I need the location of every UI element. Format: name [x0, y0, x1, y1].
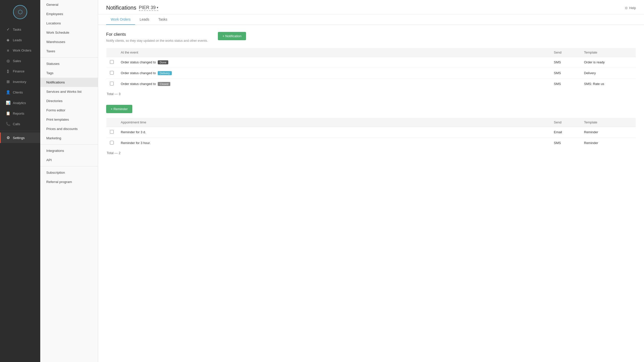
calls-icon: 📞	[6, 122, 10, 126]
logo[interactable]: ⬡	[13, 5, 27, 19]
nav-tasks[interactable]: ✓ Tasks	[0, 24, 40, 35]
notification-template-cell: Order is ready	[581, 57, 636, 68]
sidebar-item-marketing[interactable]: Marketing	[40, 133, 98, 143]
tab-tasks[interactable]: Tasks	[154, 14, 172, 25]
sidebar-divider-3	[40, 166, 98, 166]
col-send-header: Send	[550, 48, 581, 57]
sidebar-item-warehouses[interactable]: Warehouses	[40, 37, 98, 47]
reminder-col-checkbox	[106, 118, 117, 127]
col-event-header: At the event	[117, 48, 550, 57]
notification-checkbox-0[interactable]	[110, 60, 114, 64]
nav-reports[interactable]: 📋 Reports	[0, 108, 40, 119]
notification-event-text: Order status changed to	[121, 71, 156, 75]
nav-settings-label: Settings	[13, 136, 25, 140]
help-label: Help	[629, 6, 636, 10]
reminders-table: Appointment time Send Template Reminder …	[106, 118, 636, 149]
nav-sales-label: Sales	[13, 59, 21, 63]
notification-checkbox-cell	[106, 57, 117, 68]
nav-leads-label: Leads	[13, 38, 22, 42]
reminder-checkbox-1[interactable]	[110, 141, 114, 145]
notification-send-cell: SMS	[550, 78, 581, 89]
sidebar-item-notifications[interactable]: Notifications	[40, 78, 98, 87]
chevron-down-icon: ▾	[157, 6, 158, 9]
notification-row: Order status changed to Delivery SMS Del…	[106, 68, 636, 78]
notifications-table-body: Order status changed to Done SMS Order i…	[106, 57, 636, 89]
reminder-row: Reminder for 3 d. Email Reminder	[106, 127, 636, 138]
nav-sales[interactable]: ◎ Sales	[0, 56, 40, 66]
notifications-total: Total — 3	[106, 92, 636, 96]
reminder-event-cell: Reminder for 3 hour.	[117, 138, 550, 148]
nav-finance[interactable]: ₿ Finance	[0, 66, 40, 76]
notifications-table: At the event Send Template Order status …	[106, 48, 636, 89]
notification-event-text: Order status changed to	[121, 82, 156, 86]
reports-icon: 📋	[6, 111, 10, 116]
for-clients-title: For clients	[106, 32, 208, 37]
nav-divider	[0, 131, 40, 131]
reminder-event-text: Reminder for 3 d.	[121, 130, 146, 134]
reminder-event-cell: Reminder for 3 d.	[117, 127, 550, 138]
notification-status-tag: Delivery	[158, 71, 172, 75]
sidebar-item-statuses[interactable]: Statuses	[40, 59, 98, 68]
settings-sidebar: General Employees Locations Work Schedul…	[40, 0, 98, 362]
reminder-send-cell: Email	[550, 127, 581, 138]
for-clients-description: Notify clients, so they stay updated on …	[106, 38, 208, 43]
nav-inventory[interactable]: ⊞ Inventory	[0, 76, 40, 87]
header-title-group: Notifications PIER 39 ▾	[106, 5, 158, 11]
notification-checkbox-1[interactable]	[110, 71, 114, 75]
sidebar-item-api[interactable]: API	[40, 155, 98, 165]
sidebar-divider-1	[40, 57, 98, 58]
sidebar-item-general[interactable]: General	[40, 0, 98, 9]
tab-work-orders[interactable]: Work Orders	[106, 14, 135, 25]
reminder-checkbox-0[interactable]	[110, 130, 114, 134]
notification-event-cell: Order status changed to Closed	[117, 78, 550, 89]
sidebar-item-prices-discounts[interactable]: Prices and discounts	[40, 124, 98, 133]
notification-event-cell: Order status changed to Delivery	[117, 68, 550, 78]
notification-row: Order status changed to Done SMS Order i…	[106, 57, 636, 68]
sidebar-item-employees[interactable]: Employees	[40, 9, 98, 19]
notification-checkbox-2[interactable]	[110, 82, 114, 85]
sidebar-item-locations[interactable]: Locations	[40, 19, 98, 28]
add-notification-button[interactable]: + Notification	[218, 32, 246, 40]
sidebar-item-referral[interactable]: Referral program	[40, 177, 98, 187]
sidebar-item-subscription[interactable]: Subscription	[40, 168, 98, 177]
reminder-section: + Reminder Appointment time Send Templat…	[106, 105, 636, 155]
sidebar-item-forms-editor[interactable]: Forms editor	[40, 106, 98, 115]
for-clients-header: For clients Notify clients, so they stay…	[106, 32, 636, 43]
settings-icon: ⚙	[6, 135, 10, 140]
nav-analytics[interactable]: 📊 Analytics	[0, 98, 40, 108]
logo-icon: ⬡	[18, 9, 23, 15]
sidebar-item-taxes[interactable]: Taxes	[40, 47, 98, 56]
sidebar-item-directories[interactable]: Directories	[40, 96, 98, 106]
sidebar-item-services-works[interactable]: Services and Works list	[40, 87, 98, 96]
sales-icon: ◎	[6, 59, 10, 63]
add-reminder-button[interactable]: + Reminder	[106, 105, 132, 113]
nav-leads[interactable]: ◈ Leads	[0, 35, 40, 45]
leads-icon: ◈	[6, 38, 10, 42]
sidebar-item-integrations[interactable]: Integrations	[40, 146, 98, 155]
nav-settings[interactable]: ⚙ Settings	[0, 132, 40, 143]
nav-clients-label: Clients	[13, 90, 23, 94]
nav-work-orders[interactable]: ≡ Work Orders	[0, 45, 40, 56]
logo-area: ⬡	[0, 0, 40, 24]
for-clients-section: For clients Notify clients, so they stay…	[106, 32, 636, 96]
col-checkbox	[106, 48, 117, 57]
help-button[interactable]: ⊙ Help	[625, 6, 636, 10]
notification-event-text: Order status changed to	[121, 60, 156, 64]
notification-template-cell: Delivery	[581, 68, 636, 78]
notification-checkbox-cell	[106, 78, 117, 89]
location-selector[interactable]: PIER 39 ▾	[139, 5, 158, 11]
nav-finance-label: Finance	[13, 69, 24, 73]
sidebar-item-work-schedule[interactable]: Work Schedule	[40, 28, 98, 37]
nav-reports-label: Reports	[13, 112, 24, 115]
tab-leads[interactable]: Leads	[135, 14, 154, 25]
sidebar-item-tags[interactable]: Tags	[40, 68, 98, 78]
sidebar-item-print-templates[interactable]: Print templates	[40, 115, 98, 124]
nav-calls-label: Calls	[13, 122, 20, 126]
nav-calls[interactable]: 📞 Calls	[0, 119, 40, 129]
notification-row: Order status changed to Closed SMS SMS: …	[106, 78, 636, 89]
clients-icon: 👤	[6, 90, 10, 95]
nav-clients[interactable]: 👤 Clients	[0, 87, 40, 98]
reminder-send-cell: SMS	[550, 138, 581, 148]
notification-send-cell: SMS	[550, 68, 581, 78]
nav-tasks-label: Tasks	[13, 28, 21, 31]
